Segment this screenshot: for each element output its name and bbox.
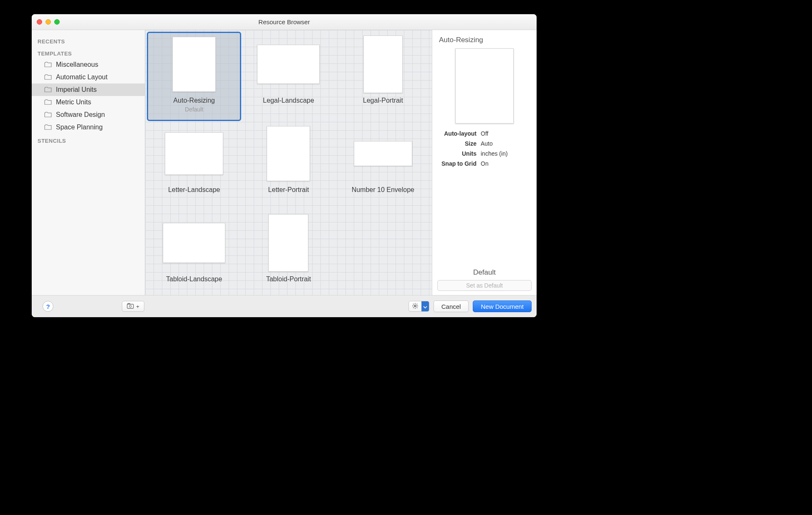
details-size-value: Auto bbox=[481, 140, 532, 147]
sidebar-heading-stencils: STENCILS bbox=[32, 134, 145, 146]
link-folder-button[interactable]: + bbox=[122, 301, 144, 312]
details-size-label: Size bbox=[437, 140, 477, 147]
details-snap-value: On bbox=[481, 160, 532, 167]
details-auto-layout-label: Auto-layout bbox=[437, 130, 477, 137]
template-thumbnail bbox=[163, 223, 225, 263]
resource-browser-window: Resource Browser RECENTS TEMPLATES Misce… bbox=[32, 14, 537, 317]
sidebar-item-label: Software Design bbox=[56, 111, 105, 119]
folder-icon bbox=[44, 87, 52, 93]
template-name: Tabloid-Portrait bbox=[266, 275, 311, 283]
folder-icon bbox=[44, 62, 52, 68]
link-folder-icon bbox=[127, 303, 135, 310]
template-cell[interactable]: Legal-Landscape bbox=[241, 32, 335, 121]
template-thumbnail bbox=[354, 141, 412, 166]
template-cell[interactable]: Tabloid-Portrait bbox=[241, 210, 335, 295]
template-cell[interactable]: Auto-ResizingDefault bbox=[147, 32, 241, 121]
details-snap-label: Snap to Grid bbox=[437, 160, 477, 167]
template-cell[interactable]: Letter-Portrait bbox=[241, 121, 335, 210]
template-thumbnail bbox=[172, 37, 216, 92]
folder-icon bbox=[44, 112, 52, 118]
template-cell[interactable]: Tabloid-Landscape bbox=[147, 210, 241, 295]
template-name: Auto-Resizing bbox=[173, 97, 215, 104]
details-units-label: Units bbox=[437, 150, 477, 157]
template-name: Number 10 Envelope bbox=[352, 186, 414, 194]
template-subtitle: Default bbox=[185, 106, 203, 113]
template-name: Letter-Landscape bbox=[168, 186, 220, 194]
titlebar: Resource Browser bbox=[32, 14, 537, 30]
set-as-default-button[interactable]: Set as Default bbox=[437, 280, 532, 291]
sidebar-item-label: Space Planning bbox=[56, 124, 103, 131]
chevron-down-icon bbox=[423, 303, 427, 310]
folder-icon bbox=[44, 74, 52, 80]
details-auto-layout-value: Off bbox=[481, 130, 532, 137]
sidebar-template-item[interactable]: Metric Units bbox=[32, 96, 145, 109]
sidebar-template-item[interactable]: Miscellaneous bbox=[32, 58, 145, 71]
folder-icon bbox=[44, 99, 52, 105]
help-button[interactable]: ? bbox=[43, 301, 53, 312]
sidebar-template-item[interactable]: Software Design bbox=[32, 109, 145, 121]
svg-line-7 bbox=[416, 307, 417, 308]
sidebar-item-label: Miscellaneous bbox=[56, 61, 98, 68]
template-cell[interactable]: Legal-Portrait bbox=[336, 32, 430, 121]
svg-rect-0 bbox=[127, 304, 134, 308]
template-cell[interactable]: Number 10 Envelope bbox=[336, 121, 430, 210]
details-preview bbox=[455, 48, 514, 124]
sidebar-item-label: Imperial Units bbox=[56, 86, 97, 93]
footer: ? + bbox=[32, 295, 537, 317]
svg-line-9 bbox=[416, 304, 417, 304]
sidebar: RECENTS TEMPLATES MiscellaneousAutomatic… bbox=[32, 30, 145, 295]
cancel-button[interactable]: Cancel bbox=[434, 300, 469, 312]
template-name: Tabloid-Landscape bbox=[166, 275, 222, 283]
template-thumbnail bbox=[267, 126, 310, 181]
details-units-value: inches (in) bbox=[481, 150, 532, 157]
template-gallery: Auto-ResizingDefaultLegal-LandscapeLegal… bbox=[145, 30, 432, 295]
template-name: Legal-Portrait bbox=[363, 97, 403, 104]
template-thumbnail bbox=[363, 35, 403, 93]
template-thumbnail bbox=[257, 45, 320, 84]
template-name: Legal-Landscape bbox=[263, 97, 314, 104]
action-menu-button[interactable] bbox=[409, 301, 429, 312]
svg-point-1 bbox=[414, 305, 416, 306]
sidebar-heading-recents: RECENTS bbox=[32, 34, 145, 46]
details-title: Auto-Resizing bbox=[437, 36, 532, 44]
folder-icon bbox=[44, 124, 52, 130]
template-thumbnail bbox=[165, 132, 223, 175]
default-indicator: Default bbox=[437, 268, 532, 277]
sidebar-heading-templates: TEMPLATES bbox=[32, 46, 145, 58]
new-document-button[interactable]: New Document bbox=[473, 300, 532, 312]
template-name: Letter-Portrait bbox=[268, 186, 309, 194]
template-cell[interactable]: Letter-Landscape bbox=[147, 121, 241, 210]
sidebar-template-item[interactable]: Space Planning bbox=[32, 121, 145, 134]
sidebar-item-label: Automatic Layout bbox=[56, 73, 108, 81]
sidebar-template-item[interactable]: Automatic Layout bbox=[32, 71, 145, 83]
sidebar-template-item[interactable]: Imperial Units bbox=[32, 83, 145, 96]
plus-icon: + bbox=[136, 303, 139, 310]
gear-icon bbox=[412, 303, 419, 311]
svg-line-6 bbox=[413, 304, 414, 304]
details-panel: Auto-Resizing Auto-layout Off Size Auto … bbox=[432, 30, 537, 295]
sidebar-item-label: Metric Units bbox=[56, 98, 91, 106]
svg-line-8 bbox=[413, 307, 414, 308]
window-title: Resource Browser bbox=[32, 18, 537, 25]
template-thumbnail bbox=[268, 214, 308, 272]
